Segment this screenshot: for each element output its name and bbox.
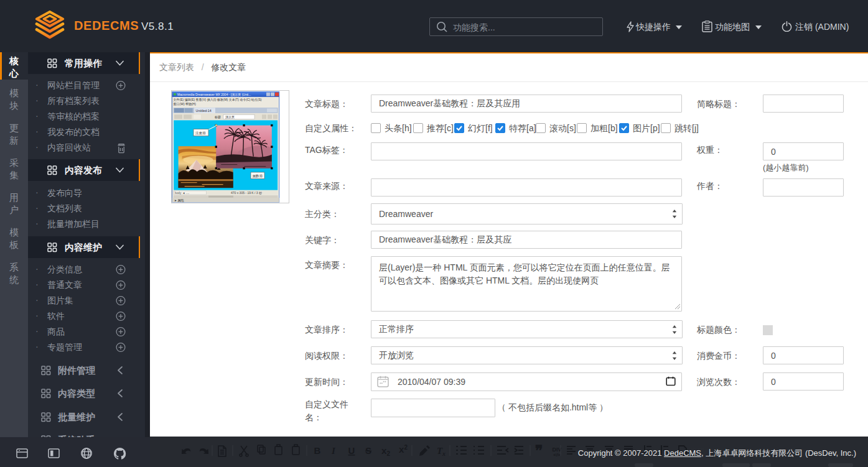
svg-text:演示页: 演示页 bbox=[225, 115, 235, 119]
svg-text:B: B bbox=[314, 445, 321, 456]
svg-text:Macromedia Dreamweaver MX 2004: Macromedia Dreamweaver MX 2004 - [演示页 (U… bbox=[177, 93, 251, 97]
svg-text:x2: x2 bbox=[399, 444, 408, 455]
svg-text:▸ 属性: ▸ 属性 bbox=[175, 198, 185, 202]
svg-text:测数符: 测数符 bbox=[253, 174, 263, 178]
svg-text:注意符: 注意符 bbox=[195, 131, 206, 135]
svg-text:❞: ❞ bbox=[535, 442, 543, 459]
svg-text:I: I bbox=[331, 446, 336, 456]
svg-text:</>: </> bbox=[553, 452, 561, 458]
svg-text:Untitled-14: Untitled-14 bbox=[196, 109, 212, 113]
svg-text:S: S bbox=[365, 445, 371, 456]
svg-text:窗口(W) 帮助(H): 窗口(W) 帮助(H) bbox=[174, 102, 197, 106]
svg-text:标题: 标题 bbox=[214, 115, 221, 119]
svg-text:Tx: Tx bbox=[437, 446, 446, 457]
svg-text:x2: x2 bbox=[381, 445, 390, 457]
svg-text:470 x 305 - 19 K / 3 秒: 470 x 305 - 19 K / 3 秒 bbox=[231, 191, 263, 195]
svg-text:U: U bbox=[348, 445, 355, 456]
svg-text:body ◄ ....: body ◄ .... bbox=[175, 192, 189, 195]
svg-text:文件(E) 编辑(E) 查看(V) 插入(I) 修改(M): 文件(E) 编辑(E) 查看(V) 插入(I) 修改(M) 文本(T) 命令(C… bbox=[174, 98, 262, 102]
